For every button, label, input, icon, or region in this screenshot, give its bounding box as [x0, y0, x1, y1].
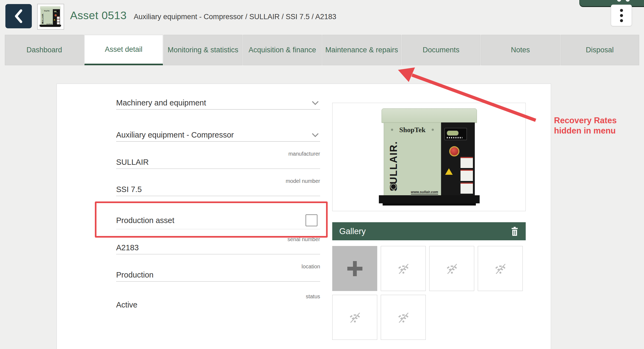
- broken-image-icon: [396, 261, 411, 276]
- production-asset-checkbox[interactable]: [306, 214, 317, 226]
- broken-image-icon: [348, 310, 362, 325]
- gallery-placeholder-tile[interactable]: [332, 295, 377, 340]
- more-options-button[interactable]: [611, 5, 632, 26]
- model-number-input[interactable]: SSI 7.5: [116, 185, 320, 196]
- tab-maintenance-repairs[interactable]: Maintenance & repairs: [322, 35, 401, 65]
- broken-image-icon: [493, 261, 508, 276]
- category-select[interactable]: Machinery and equipment: [116, 95, 320, 110]
- manufacturer-field: manufacturer SULLAIR: [116, 151, 320, 169]
- page-title: Asset 0513: [70, 9, 127, 22]
- tab-disposal[interactable]: Disposal: [560, 35, 639, 65]
- compressor-photo: ShopTek SULLAIR. www.sullair.com: [374, 108, 484, 207]
- status-input[interactable]: Active: [116, 300, 320, 311]
- asset-form: Machinery and equipment Auxiliary equipm…: [116, 95, 320, 311]
- trash-icon[interactable]: [511, 227, 519, 236]
- compressor-thumbnail-image: ShopTek SULLAIR. www.sullair.com: [39, 6, 62, 27]
- subcategory-value: Auxiliary equipment - Compressor: [116, 131, 320, 139]
- location-label: location: [116, 264, 320, 269]
- tab-documents[interactable]: Documents: [402, 35, 481, 65]
- tab-acquisition-finance[interactable]: Acquisition & finance: [243, 35, 322, 65]
- gallery-grid: [332, 246, 523, 340]
- production-asset-label: Production asset: [116, 216, 174, 225]
- category-value: Machinery and equipment: [116, 98, 320, 107]
- annotation-line-2: hidden in menu: [554, 126, 643, 136]
- subcategory-select[interactable]: Auxiliary equipment - Compressor: [116, 127, 320, 142]
- manufacturer-label: manufacturer: [116, 151, 320, 157]
- gallery-placeholder-tile[interactable]: [429, 246, 474, 291]
- back-button[interactable]: [5, 4, 32, 28]
- broken-image-icon: [445, 261, 459, 276]
- tab-asset-detail[interactable]: Asset detail: [84, 35, 163, 65]
- serial-number-input[interactable]: A2183: [116, 243, 320, 254]
- tab-monitoring-statistics[interactable]: Monitoring & statistics: [164, 35, 243, 65]
- model-number-label: model number: [116, 178, 320, 184]
- tab-dashboard[interactable]: Dashboard: [5, 35, 84, 65]
- tab-notes[interactable]: Notes: [481, 35, 560, 65]
- status-label: status: [116, 293, 320, 299]
- chevron-left-icon: [12, 8, 25, 24]
- header-title-row: Asset 0513 Auxiliary equipment - Compres…: [70, 9, 336, 22]
- gallery-header: Gallery: [332, 222, 526, 240]
- gallery-placeholder-tile[interactable]: [381, 246, 426, 291]
- broken-image-icon: [396, 310, 411, 325]
- location-field: location Production: [116, 264, 320, 282]
- asset-detail-card: Machinery and equipment Auxiliary equipm…: [57, 84, 551, 349]
- gallery-placeholder-tile[interactable]: [478, 246, 523, 291]
- asset-thumbnail[interactable]: ShopTek SULLAIR. www.sullair.com: [37, 4, 64, 30]
- add-image-tile[interactable]: [332, 246, 377, 291]
- asset-main-image[interactable]: ShopTek SULLAIR. www.sullair.com: [332, 103, 526, 211]
- manufacturer-input[interactable]: SULLAIR: [116, 158, 320, 169]
- location-input[interactable]: Production: [116, 271, 320, 282]
- gallery-title: Gallery: [339, 227, 366, 236]
- gallery-placeholder-tile[interactable]: [381, 295, 426, 340]
- serial-number-label: serial number: [116, 236, 320, 242]
- annotation-note: Recovery Rates hidden in menu: [554, 115, 643, 136]
- tab-bar: Dashboard Asset detail Monitoring & stat…: [5, 35, 639, 65]
- status-field: status Active: [116, 293, 320, 311]
- annotation-line-1: Recovery Rates: [554, 115, 643, 126]
- production-asset-row: Production asset: [116, 212, 320, 229]
- page-subtitle: Auxiliary equipment - Compressor / SULLA…: [134, 13, 336, 21]
- model-number-field: model number SSI 7.5: [116, 178, 320, 196]
- serial-number-field: serial number A2183: [116, 236, 320, 254]
- plus-icon: [346, 260, 363, 277]
